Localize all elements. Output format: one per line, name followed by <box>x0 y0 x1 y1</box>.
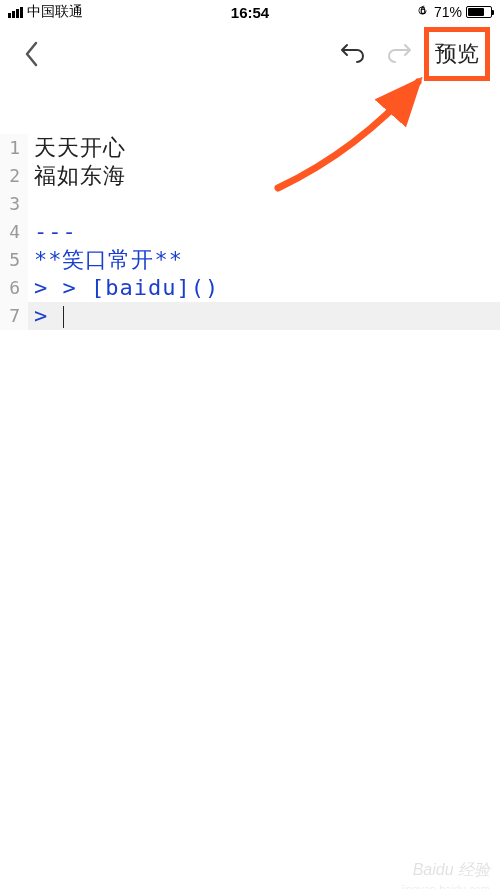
code-editor[interactable]: 1天天开心2福如东海34---5**笑口常开**6> > [baidu]()7> <box>0 134 500 330</box>
status-bar: 中国联通 16:54 71% <box>0 0 500 24</box>
editor-line[interactable]: 3 <box>0 190 500 218</box>
line-content: 福如东海 <box>28 162 126 190</box>
clock: 16:54 <box>231 4 269 21</box>
line-number: 3 <box>0 190 28 218</box>
preview-button[interactable]: 预览 <box>424 27 490 81</box>
line-content: > <box>28 302 64 330</box>
preview-label: 预览 <box>435 39 479 69</box>
line-content: > > [baidu]() <box>28 274 219 302</box>
battery-percent: 71% <box>434 4 462 20</box>
line-content: 天天开心 <box>28 134 126 162</box>
editor-line[interactable]: 6> > [baidu]() <box>0 274 500 302</box>
line-number: 7 <box>0 302 28 330</box>
line-content: --- <box>28 218 77 246</box>
editor-line[interactable]: 4--- <box>0 218 500 246</box>
watermark: Baidu 经验 <box>413 860 490 881</box>
signal-icon <box>8 7 23 18</box>
line-content: **笑口常开** <box>28 246 183 274</box>
undo-button[interactable] <box>328 34 376 74</box>
line-number: 1 <box>0 134 28 162</box>
rotation-lock-icon <box>416 4 430 21</box>
editor-line[interactable]: 5**笑口常开** <box>0 246 500 274</box>
editor-line[interactable]: 2福如东海 <box>0 162 500 190</box>
line-number: 4 <box>0 218 28 246</box>
toolbar: 预览 <box>0 24 500 84</box>
svg-rect-0 <box>421 9 425 13</box>
editor-line[interactable]: 7> <box>0 302 500 330</box>
redo-button[interactable] <box>376 34 424 74</box>
editor-line[interactable]: 1天天开心 <box>0 134 500 162</box>
text-cursor <box>63 306 64 328</box>
carrier-label: 中国联通 <box>27 3 83 21</box>
line-number: 6 <box>0 274 28 302</box>
battery-icon <box>466 6 492 18</box>
back-button[interactable] <box>16 34 48 74</box>
line-number: 2 <box>0 162 28 190</box>
line-number: 5 <box>0 246 28 274</box>
watermark-sub: jingyan.baidu.com <box>401 883 490 889</box>
